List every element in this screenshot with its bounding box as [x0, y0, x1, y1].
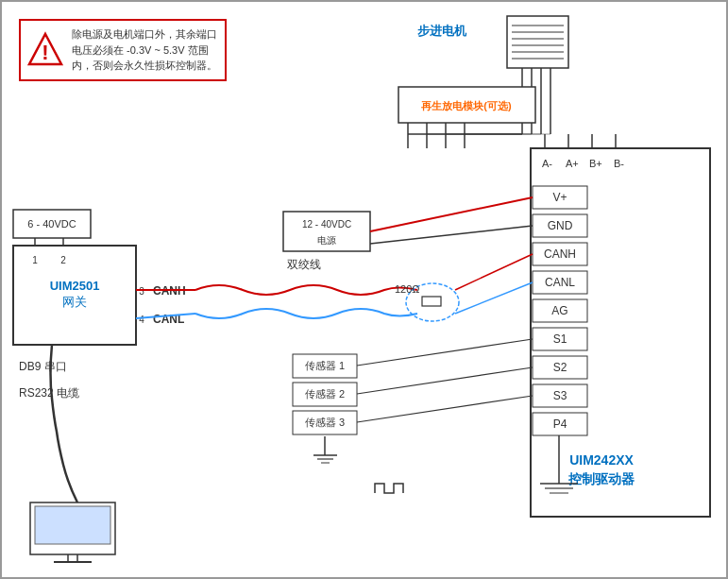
svg-point-70	[406, 283, 459, 321]
svg-rect-79	[293, 383, 357, 406]
svg-text:120Ω: 120Ω	[395, 283, 420, 295]
svg-rect-66	[283, 212, 370, 251]
svg-line-69	[370, 197, 533, 231]
svg-text:CANL: CANL	[153, 313, 184, 326]
svg-text:!: !	[42, 41, 48, 64]
svg-rect-54	[13, 246, 136, 345]
svg-rect-44	[533, 413, 587, 435]
svg-line-65	[136, 314, 195, 318]
svg-text:CANL: CANL	[545, 276, 575, 289]
svg-text:3: 3	[139, 286, 144, 297]
svg-text:4: 4	[139, 315, 144, 325]
svg-text:A-: A-	[542, 158, 552, 169]
svg-text:A+: A+	[566, 158, 579, 169]
svg-text:UIM242XX: UIM242XX	[569, 452, 634, 468]
svg-text:6 - 40VDC: 6 - 40VDC	[27, 218, 76, 230]
svg-text:1: 1	[32, 255, 38, 265]
svg-line-74	[455, 282, 533, 314]
svg-text:传感器 3: 传感器 3	[305, 417, 345, 428]
svg-rect-72	[422, 297, 441, 306]
svg-text:V+: V+	[552, 191, 567, 204]
svg-text:电源: 电源	[317, 235, 336, 246]
circuit-diagram: 步进电机 再生放电模块(可选) A- A+ B+ B-	[2, 2, 728, 579]
svg-rect-38	[533, 328, 587, 350]
svg-text:网关: 网关	[62, 295, 87, 309]
svg-rect-36	[533, 299, 587, 322]
svg-text:AG: AG	[551, 304, 567, 317]
svg-text:P4: P4	[553, 417, 567, 431]
svg-rect-76	[293, 354, 357, 378]
svg-marker-53	[59, 247, 67, 255]
svg-rect-19	[531, 148, 710, 517]
svg-rect-42	[533, 384, 587, 407]
svg-text:S2: S2	[553, 361, 567, 374]
svg-text:12 - 40VDC: 12 - 40VDC	[302, 219, 351, 230]
svg-rect-82	[293, 411, 357, 434]
svg-text:传感器 2: 传感器 2	[305, 388, 345, 400]
svg-text:CANH: CANH	[544, 247, 576, 261]
svg-text:DB9 串口: DB9 串口	[19, 360, 67, 373]
svg-marker-51	[31, 247, 39, 255]
svg-text:再生放电模块(可选): 再生放电模块(可选)	[421, 100, 512, 111]
svg-line-75	[370, 226, 533, 244]
svg-line-78	[357, 339, 533, 366]
main-diagram: ! 除电源及电机端口外，其余端口电压必须在 -0.3V ~ 5.3V 范围内，否…	[0, 0, 728, 579]
svg-text:传感器 1: 传感器 1	[305, 360, 345, 371]
svg-line-84	[357, 396, 533, 422]
svg-text:RS232 电缆: RS232 电缆	[19, 386, 79, 400]
svg-text:CANH: CANH	[153, 284, 186, 298]
svg-text:B-: B-	[614, 158, 624, 169]
svg-text:GND: GND	[548, 219, 573, 232]
svg-text:控制驱动器: 控制驱动器	[567, 471, 635, 486]
svg-line-81	[357, 367, 533, 394]
svg-rect-48	[13, 210, 91, 238]
warning-icon: !	[26, 31, 64, 69]
svg-rect-13	[398, 87, 535, 123]
svg-text:S3: S3	[553, 389, 567, 402]
svg-rect-92	[35, 506, 110, 544]
warning-box: ! 除电源及电机端口外，其余端口电压必须在 -0.3V ~ 5.3V 范围内，否…	[19, 19, 227, 81]
svg-line-73	[455, 254, 533, 290]
svg-text:2: 2	[60, 255, 66, 265]
svg-rect-28	[533, 186, 587, 209]
warning-text: 除电源及电机端口外，其余端口电压必须在 -0.3V ~ 5.3V 范围内，否则会…	[72, 26, 219, 74]
svg-text:UIM2501: UIM2501	[50, 279, 100, 293]
stepper-label: 步进电机	[417, 24, 467, 38]
svg-text:双绞线: 双绞线	[287, 258, 321, 271]
svg-rect-2	[507, 16, 568, 68]
svg-text:S1: S1	[553, 332, 567, 346]
svg-rect-40	[533, 356, 587, 379]
svg-rect-30	[533, 214, 587, 237]
svg-rect-32	[533, 243, 587, 265]
svg-rect-91	[30, 502, 115, 554]
svg-rect-34	[533, 271, 587, 294]
svg-text:B+: B+	[589, 158, 602, 169]
